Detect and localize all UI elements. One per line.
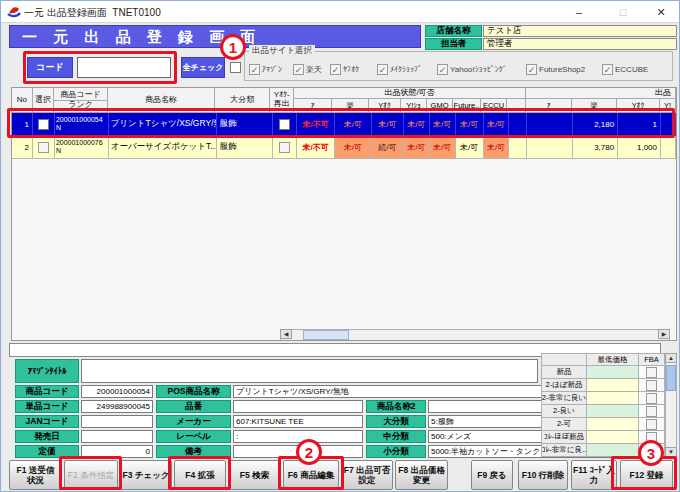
fba-cell[interactable] xyxy=(639,379,665,392)
checkbox-icon[interactable]: ✓ xyxy=(330,64,341,75)
site-checkbox-makeshop[interactable]: ✓ ﾒｲｸｼｮｯﾌﾟ xyxy=(377,64,422,75)
scroll-right-icon[interactable]: ▶ xyxy=(658,329,670,339)
pos-name-label: POS商品名称 xyxy=(156,385,231,398)
row-select-cell[interactable] xyxy=(33,136,55,159)
row-name: オーバーサイズポケットT... xyxy=(109,136,218,159)
table-row[interactable]: 2 200001000076 N オーバーサイズポケットT... 服飾 未/不可… xyxy=(12,136,676,159)
grid-horizontal-scrollbar[interactable]: ◀ ▶ xyxy=(280,329,670,341)
checkbox-icon[interactable]: ✓ xyxy=(377,64,388,75)
manager-value: 管理者 xyxy=(483,38,677,50)
status-rakuten: 未/可 xyxy=(335,136,372,159)
annotation-callout-2: 2 xyxy=(296,439,322,465)
annotation-callout-3: 3 xyxy=(638,440,664,466)
min-price-cell[interactable] xyxy=(587,392,639,405)
window-title: 一元 出品登録画面 TNET0100 xyxy=(24,6,161,20)
manager-label: 担当者 xyxy=(425,38,482,50)
scroll-left-icon[interactable]: ◀ xyxy=(280,329,292,339)
site-checkbox-futureshop2[interactable]: ✓ FutureShop2 xyxy=(526,64,585,75)
fba-checkbox[interactable] xyxy=(646,380,657,391)
label-field[interactable]: : xyxy=(233,430,363,443)
cat-large-label: 大分類 xyxy=(366,415,426,428)
checkbox-icon[interactable]: ✓ xyxy=(437,64,448,75)
checkbox-icon[interactable]: ✓ xyxy=(526,64,537,75)
checkbox-icon[interactable]: ✓ xyxy=(293,64,304,75)
maker-field[interactable]: 607:KITSUNE TEE xyxy=(233,415,363,428)
minimize-icon[interactable]: – xyxy=(563,1,595,23)
site-label: FutureShop2 xyxy=(539,65,585,74)
fba-cell[interactable] xyxy=(639,366,665,379)
fba-checkbox[interactable] xyxy=(646,393,657,404)
fba-checkbox[interactable] xyxy=(646,406,657,417)
fba-cell[interactable] xyxy=(639,392,665,405)
condition-label: 新品 xyxy=(541,366,587,379)
scroll-up-icon[interactable]: ▲ xyxy=(665,353,677,363)
store-name-value: テスト店 xyxy=(483,25,677,37)
status-group-title: 出品状態/可否 xyxy=(294,88,525,99)
scrollbar-thumb[interactable] xyxy=(303,330,349,340)
maximize-icon[interactable]: □ xyxy=(607,1,639,23)
scrollbar-thumb[interactable] xyxy=(666,365,676,391)
amazon-title-label: ｱﾏｿﾞﾝﾀｲﾄﾙ xyxy=(15,359,79,383)
status-gmo: 未/可 xyxy=(430,136,456,159)
fba-cell[interactable] xyxy=(639,405,665,418)
part-no-field[interactable] xyxy=(233,400,363,413)
site-checkbox-yahoo-shopping[interactable]: ✓ Yahoo!ｼｮｯﾋﾟﾝｸﾞ xyxy=(437,64,507,75)
check-all-button[interactable]: 全チェック xyxy=(181,57,225,78)
f10-delete-row-button[interactable]: F10 行削除 xyxy=(518,460,568,490)
unit-code-field[interactable]: 249988900045 xyxy=(81,400,153,413)
f5-search-button[interactable]: F5 検索 xyxy=(228,460,281,490)
condition-label: ｺﾚ-ほぼ新品 xyxy=(541,431,587,444)
row-code: 200001000076 xyxy=(56,139,103,147)
site-select-title: 出品サイト選択 xyxy=(249,45,315,57)
price-yauc: 1,000 xyxy=(618,136,661,159)
fba-cell[interactable] xyxy=(639,418,665,431)
check-all-checkbox[interactable] xyxy=(230,62,241,73)
condition-vertical-scrollbar[interactable]: ▲ ▼ xyxy=(665,353,677,457)
site-label: ﾒｲｸｼｮｯﾌﾟ xyxy=(390,65,422,74)
min-price-header: 最低価格 xyxy=(587,353,639,366)
maker-label: メーカー xyxy=(156,415,231,428)
row-yauc-relist-cell[interactable] xyxy=(273,136,297,159)
site-checkbox-eccube[interactable]: ✓ ECCUBE xyxy=(602,64,648,75)
site-checkbox-yafuoku[interactable]: ✓ ﾔﾌｵｸ xyxy=(330,64,359,75)
f1-send-receive-button[interactable]: F1 送受信 状況 xyxy=(9,460,62,490)
col-header-code: 商品コード xyxy=(60,91,100,100)
condition-label: ｺﾚ-非常に良.. xyxy=(541,444,587,457)
yauc-relist-checkbox[interactable] xyxy=(279,142,290,153)
fba-checkbox[interactable] xyxy=(646,419,657,430)
condition-label: 2-可 xyxy=(541,418,587,431)
site-label: 楽天 xyxy=(306,64,322,75)
f3-check-button[interactable]: F3 チェック xyxy=(120,460,172,490)
min-price-cell[interactable] xyxy=(587,366,639,379)
min-price-cell[interactable] xyxy=(587,405,639,418)
site-checkbox-rakuten[interactable]: ✓ 楽天 xyxy=(293,64,322,75)
min-price-cell[interactable] xyxy=(587,431,639,444)
status-amazon: 未/不可 xyxy=(297,136,335,159)
site-label: ﾔﾌｵｸ xyxy=(343,65,359,74)
min-price-cell[interactable] xyxy=(587,379,639,392)
amazon-title-field[interactable] xyxy=(81,359,538,383)
row-category: 服飾 xyxy=(217,136,273,159)
page-title: 一 元 出 品 登 録 画 面 xyxy=(9,25,421,48)
close-icon[interactable]: ✕ xyxy=(645,1,677,23)
fba-checkbox[interactable] xyxy=(646,367,657,378)
row-select-checkbox[interactable] xyxy=(38,142,49,153)
f9-back-button[interactable]: F9 戻る xyxy=(471,460,513,490)
f7-listing-permission-button[interactable]: F7 出品可否 設定 xyxy=(341,460,393,490)
site-label: ｱﾏｿﾞﾝ xyxy=(262,65,282,74)
name2-label: 商品名称2 xyxy=(366,400,426,413)
f8-price-change-button[interactable]: F8 出品価格 変更 xyxy=(395,460,448,490)
status-yauc: 続/可 xyxy=(372,136,404,159)
min-price-cell[interactable] xyxy=(587,418,639,431)
annotation-rect-row1 xyxy=(7,108,675,138)
item-code-field[interactable]: 200001000054 xyxy=(81,385,153,398)
release-date-field[interactable] xyxy=(81,430,153,443)
checkbox-icon[interactable]: ✓ xyxy=(249,64,260,75)
app-window: 一元 出品登録画面 TNET0100 – □ ✕ 一 元 出 品 登 録 画 面… xyxy=(0,0,680,492)
site-checkbox-amazon[interactable]: ✓ ｱﾏｿﾞﾝ xyxy=(249,64,282,75)
condition-label: 2-ほぼ新品 xyxy=(541,379,587,392)
jan-code-field[interactable] xyxy=(81,415,153,428)
annotation-rect-f2 xyxy=(59,456,122,490)
status-eccube: 未/可 xyxy=(484,136,510,159)
checkbox-icon[interactable]: ✓ xyxy=(602,64,613,75)
